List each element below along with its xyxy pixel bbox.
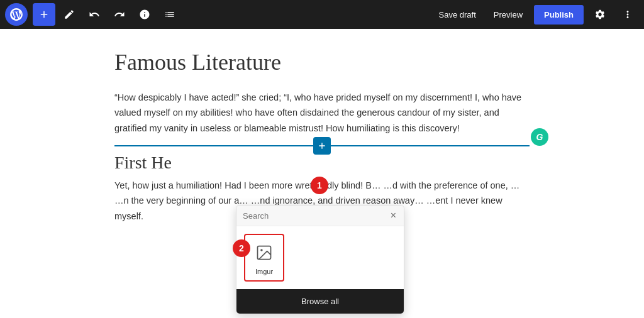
block-inserter-popup: imgur × Imgur Browse all [236, 205, 404, 314]
inserter-search-bar: imgur × [236, 206, 404, 226]
more-options-button[interactable] [616, 3, 639, 26]
inserter-close-button[interactable]: × [389, 211, 397, 221]
step-1-badge: 1 [311, 177, 328, 194]
svg-point-1 [260, 249, 263, 251]
inserter-blocks-grid: Imgur [236, 226, 404, 289]
browse-all-button[interactable]: Browse all [236, 289, 404, 314]
list-view-button[interactable] [158, 3, 181, 26]
editor-main: Famous Literature “How despicably I have… [0, 29, 644, 318]
toolbar-right: Save draft Preview Publish [433, 3, 639, 26]
step-2-badge: 2 [233, 239, 250, 257]
preview-button[interactable]: Preview [487, 6, 529, 23]
grammarly-button[interactable] [531, 128, 548, 146]
tools-button[interactable] [58, 3, 80, 26]
imgur-block-item[interactable]: Imgur [244, 234, 284, 282]
add-block-toolbar-button[interactable] [33, 3, 55, 26]
section-heading-block[interactable]: First He [114, 153, 530, 173]
paragraph-block-1[interactable]: “How despicably I have acted!” she cried… [114, 90, 530, 136]
wp-logo-button[interactable] [5, 3, 28, 26]
save-draft-button[interactable]: Save draft [433, 6, 482, 23]
settings-button[interactable] [589, 3, 611, 26]
post-title[interactable]: Famous Literature [114, 48, 530, 77]
publish-button[interactable]: Publish [534, 5, 584, 25]
insert-block-button[interactable] [313, 137, 331, 155]
block-divider [114, 145, 530, 146]
imgur-block-icon [252, 240, 277, 265]
toolbar: Save draft Preview Publish [0, 0, 644, 29]
redo-button[interactable] [108, 3, 131, 26]
details-button[interactable] [133, 3, 156, 26]
imgur-block-label: Imgur [255, 268, 273, 275]
inserter-search-input[interactable]: imgur [243, 211, 389, 221]
undo-button[interactable] [83, 3, 106, 26]
